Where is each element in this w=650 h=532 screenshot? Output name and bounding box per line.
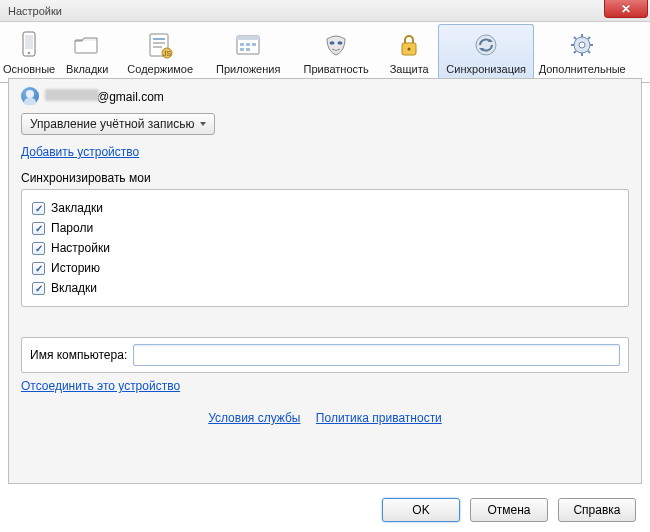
manage-account-label: Управление учётной записью [30, 117, 194, 131]
computer-name-input[interactable] [133, 344, 620, 366]
chevron-down-icon [200, 122, 206, 126]
svg-point-18 [338, 41, 343, 45]
svg-rect-1 [25, 35, 33, 49]
tab-privacy[interactable]: Приватность [292, 24, 380, 82]
sync-item-history[interactable]: ✓ Историю [32, 258, 618, 278]
sync-item-label: Закладки [51, 201, 103, 215]
content-panel: @gmail.com Управление учётной записью До… [8, 78, 642, 484]
tab-tabs[interactable]: Вкладки [58, 24, 116, 82]
tab-advanced-label: Дополнительные [539, 63, 626, 75]
sync-item-tabs[interactable]: ✓ Вкладки [32, 278, 618, 298]
policy-links: Условия службы Политика приватности [21, 411, 629, 425]
phone-icon [13, 29, 45, 61]
svg-rect-16 [246, 48, 250, 51]
tab-apps[interactable]: Приложения [204, 24, 292, 82]
svg-rect-15 [240, 48, 244, 51]
gear-icon [566, 29, 598, 61]
svg-rect-5 [153, 38, 165, 40]
svg-line-33 [574, 51, 576, 53]
svg-point-25 [579, 42, 585, 48]
tab-security-label: Защита [390, 63, 429, 75]
checkbox-checked-icon: ✓ [32, 262, 45, 275]
svg-rect-12 [240, 43, 244, 46]
ok-button[interactable]: OK [382, 498, 460, 522]
svg-point-21 [476, 35, 496, 55]
titlebar: Настройки ✕ [0, 0, 650, 22]
tab-apps-label: Приложения [216, 63, 280, 75]
user-row: @gmail.com [21, 87, 629, 105]
sync-item-prefs[interactable]: ✓ Настройки [32, 238, 618, 258]
add-device-link[interactable]: Добавить устройство [21, 145, 139, 159]
computer-name-label: Имя компьютера: [30, 348, 127, 362]
avatar-icon [21, 87, 39, 105]
lock-icon [393, 29, 425, 61]
close-icon: ✕ [621, 2, 631, 16]
tab-general[interactable]: Основные [0, 24, 58, 82]
window-title: Настройки [8, 5, 62, 17]
privacy-policy-link[interactable]: Политика приватности [316, 411, 442, 425]
computer-name-row: Имя компьютера: [21, 337, 629, 373]
svg-point-2 [28, 52, 31, 55]
mask-icon [320, 29, 352, 61]
svg-point-20 [408, 48, 411, 51]
sync-item-label: Настройки [51, 241, 110, 255]
category-toolbar: Основные Вкладки JS Содержимое Приложени… [0, 22, 650, 83]
sync-items-box: ✓ Закладки ✓ Пароли ✓ Настройки ✓ Истори… [21, 189, 629, 307]
help-button[interactable]: Справка [558, 498, 636, 522]
sync-icon [470, 29, 502, 61]
tab-sync-label: Синхронизация [446, 63, 526, 75]
svg-line-31 [588, 51, 590, 53]
tab-general-label: Основные [3, 63, 55, 75]
svg-line-32 [588, 37, 590, 39]
sync-item-label: Вкладки [51, 281, 97, 295]
svg-rect-6 [153, 42, 165, 44]
document-icon: JS [144, 29, 176, 61]
svg-text:JS: JS [163, 50, 172, 57]
sync-item-label: Пароли [51, 221, 93, 235]
svg-rect-13 [246, 43, 250, 46]
manage-account-button[interactable]: Управление учётной записью [21, 113, 215, 135]
svg-rect-14 [252, 43, 256, 46]
sync-item-passwords[interactable]: ✓ Пароли [32, 218, 618, 238]
checkbox-checked-icon: ✓ [32, 282, 45, 295]
tos-link[interactable]: Условия службы [208, 411, 300, 425]
checkbox-checked-icon: ✓ [32, 202, 45, 215]
email-obscured-part [45, 89, 99, 101]
folder-icon [71, 29, 103, 61]
tab-advanced[interactable]: Дополнительные [534, 24, 630, 82]
sync-heading: Синхронизировать мои [21, 171, 629, 185]
svg-line-30 [574, 37, 576, 39]
svg-point-17 [330, 41, 335, 45]
checkbox-checked-icon: ✓ [32, 222, 45, 235]
tab-content[interactable]: JS Содержимое [116, 24, 204, 82]
svg-rect-3 [75, 40, 97, 53]
user-email: @gmail.com [45, 89, 164, 104]
email-suffix: @gmail.com [97, 90, 164, 104]
dialog-button-bar: OK Отмена Справка [382, 498, 636, 522]
tab-tabs-label: Вкладки [66, 63, 108, 75]
window-grid-icon [232, 29, 264, 61]
tab-content-label: Содержимое [127, 63, 193, 75]
cancel-button[interactable]: Отмена [470, 498, 548, 522]
sync-item-label: Историю [51, 261, 100, 275]
tab-security[interactable]: Защита [380, 24, 438, 82]
disconnect-device-link[interactable]: Отсоединить это устройство [21, 379, 180, 393]
svg-rect-11 [237, 36, 259, 40]
checkbox-checked-icon: ✓ [32, 242, 45, 255]
tab-privacy-label: Приватность [304, 63, 369, 75]
sync-item-bookmarks[interactable]: ✓ Закладки [32, 198, 618, 218]
close-button[interactable]: ✕ [604, 0, 648, 18]
svg-rect-7 [153, 46, 162, 48]
tab-sync[interactable]: Синхронизация [438, 24, 534, 83]
